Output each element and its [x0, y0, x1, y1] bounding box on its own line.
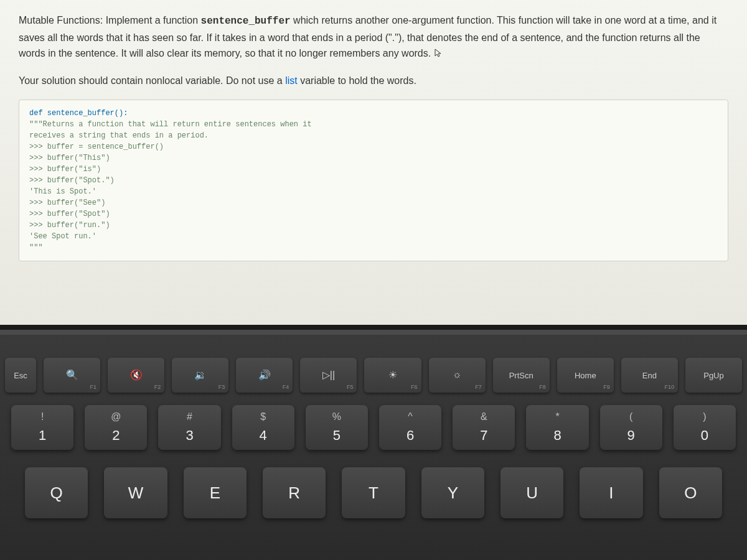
fn-key-F2[interactable]: 🔇F2 — [108, 358, 164, 393]
key-number: 7 — [480, 427, 487, 444]
num-key-2[interactable]: @2 — [85, 405, 147, 450]
key-sub-label: F9 — [603, 384, 610, 390]
code-line-7: >>> buffer("Spot.") — [29, 175, 718, 186]
key-number: 9 — [627, 427, 635, 444]
para2-suffix: variable to hold the words. — [298, 75, 416, 86]
key-icon: Esc — [14, 371, 27, 380]
key-icon: 🔍 — [66, 369, 78, 381]
key-sub-label: F5 — [347, 384, 354, 390]
key-main-label: End — [642, 371, 657, 380]
code-def: def sentence_buffer(): — [29, 109, 128, 118]
fn-key-F7[interactable]: ☼F7 — [429, 358, 486, 393]
letter-key-I[interactable]: I — [580, 467, 642, 518]
key-symbol: $ — [260, 411, 266, 422]
mouse-cursor-icon — [434, 47, 444, 57]
key-symbol: % — [332, 411, 341, 422]
key-sub-label: F10 — [664, 384, 674, 390]
problem-paragraph-2: Your solution should contain nonlocal va… — [19, 73, 728, 89]
code-block: def sentence_buffer(): """Returns a func… — [19, 100, 728, 261]
key-symbol: ( — [629, 411, 632, 422]
key-sub-label: F6 — [411, 384, 418, 390]
code-line-4: >>> buffer = sentence_buffer() — [29, 141, 718, 152]
letter-key-Y[interactable]: Y — [421, 467, 484, 518]
fn-key-F5[interactable]: ▷||F5 — [300, 358, 357, 393]
key-icon: ▷|| — [322, 369, 335, 381]
key-number: 0 — [701, 427, 708, 444]
letter-key-U[interactable]: U — [500, 467, 563, 518]
key-symbol: ^ — [408, 411, 413, 422]
list-link: list — [285, 75, 298, 86]
code-line-11: >>> buffer("run.") — [29, 220, 718, 231]
code-line-1: def sentence_buffer(): — [29, 108, 718, 119]
num-key-6[interactable]: ^6 — [379, 405, 441, 450]
fn-key-F1[interactable]: 🔍F1 — [44, 358, 100, 393]
num-key-9[interactable]: (9 — [600, 405, 662, 450]
code-line-5: >>> buffer("This") — [29, 152, 718, 164]
key-number: 8 — [553, 427, 561, 444]
problem-text-prefix: Mutable Functions: Implement a function — [19, 15, 201, 26]
para2-prefix: Your solution should contain nonlocal va… — [19, 75, 285, 86]
code-line-13: """ — [29, 242, 718, 253]
key-symbol: ! — [41, 411, 44, 422]
num-key-1[interactable]: !1 — [11, 405, 73, 450]
key-icon: ☀ — [388, 369, 397, 381]
letter-key-T[interactable]: T — [342, 467, 405, 518]
key-symbol: * — [555, 411, 559, 422]
key-number: 4 — [260, 427, 267, 444]
keyboard: Esc🔍F1🔇F2🔉F3🔊F4▷||F5☀F6☼F7PrtScnF8HomeF9… — [0, 358, 747, 560]
number-key-row: !1@2#3$4%5^6&7*8(9)0 — [0, 405, 747, 450]
num-key-0[interactable]: )0 — [674, 405, 736, 450]
fn-key-F3[interactable]: 🔉F3 — [172, 358, 228, 393]
fn-key-Esc[interactable]: Esc — [5, 358, 36, 393]
key-sub-label: F7 — [475, 384, 482, 390]
code-line-6: >>> buffer("is") — [29, 164, 718, 175]
code-line-8: 'This is Spot.' — [29, 186, 718, 197]
letter-key-W[interactable]: W — [104, 467, 167, 518]
key-symbol: ) — [703, 411, 706, 422]
fn-key-F9[interactable]: HomeF9 — [557, 358, 614, 393]
letter-key-Q[interactable]: Q — [25, 467, 88, 518]
problem-paragraph-1: Mutable Functions: Implement a function … — [19, 12, 728, 62]
fn-key-F10[interactable]: EndF10 — [621, 358, 678, 393]
fn-key-F8[interactable]: PrtScnF8 — [493, 358, 550, 393]
code-line-12: 'See Spot run.' — [29, 231, 718, 242]
letter-key-E[interactable]: E — [184, 467, 247, 518]
key-number: 2 — [112, 427, 120, 444]
num-key-4[interactable]: $4 — [232, 405, 294, 450]
fn-key-F4[interactable]: 🔊F4 — [236, 358, 293, 393]
fn-key-F6[interactable]: ☀F6 — [364, 358, 421, 393]
key-symbol: @ — [111, 411, 121, 422]
letter-key-R[interactable]: R — [263, 467, 326, 518]
num-key-7[interactable]: &7 — [453, 405, 515, 450]
letter-key-row: QWERTYUIO — [0, 467, 747, 518]
key-icon: 🔇 — [130, 369, 143, 381]
key-number: 1 — [39, 427, 46, 444]
num-key-5[interactable]: %5 — [306, 405, 368, 450]
fn-key-PgUp[interactable]: PgUp — [685, 358, 742, 393]
laptop-screen: Mutable Functions: Implement a function … — [0, 0, 747, 330]
code-line-3: receives a string that ends in a period. — [29, 130, 718, 141]
key-symbol: & — [481, 411, 487, 422]
function-name: sentence_buffer — [201, 16, 291, 27]
code-line-9: >>> buffer("See") — [29, 197, 718, 208]
key-number: 5 — [333, 427, 341, 444]
key-sub-label: F1 — [90, 384, 97, 390]
key-number: 3 — [186, 427, 193, 444]
screen-content: Mutable Functions: Implement a function … — [0, 0, 747, 274]
key-sub-label: F4 — [283, 384, 289, 390]
code-line-2: """Returns a function that will return e… — [29, 119, 718, 130]
key-main-label: PgUp — [703, 371, 724, 380]
code-line-10: >>> buffer("Spot") — [29, 208, 718, 220]
key-symbol: # — [187, 411, 192, 422]
key-main-label: PrtScn — [509, 371, 533, 380]
num-key-3[interactable]: #3 — [158, 405, 220, 450]
key-main-label: Home — [575, 371, 596, 380]
letter-key-O[interactable]: O — [659, 467, 722, 518]
key-sub-label: F3 — [218, 384, 225, 390]
key-sub-label: F2 — [154, 384, 161, 390]
key-number: 6 — [406, 427, 414, 444]
key-icon: 🔉 — [194, 369, 207, 381]
key-sub-label: F8 — [539, 384, 546, 390]
key-icon: 🔊 — [258, 369, 271, 381]
num-key-8[interactable]: *8 — [526, 405, 588, 450]
